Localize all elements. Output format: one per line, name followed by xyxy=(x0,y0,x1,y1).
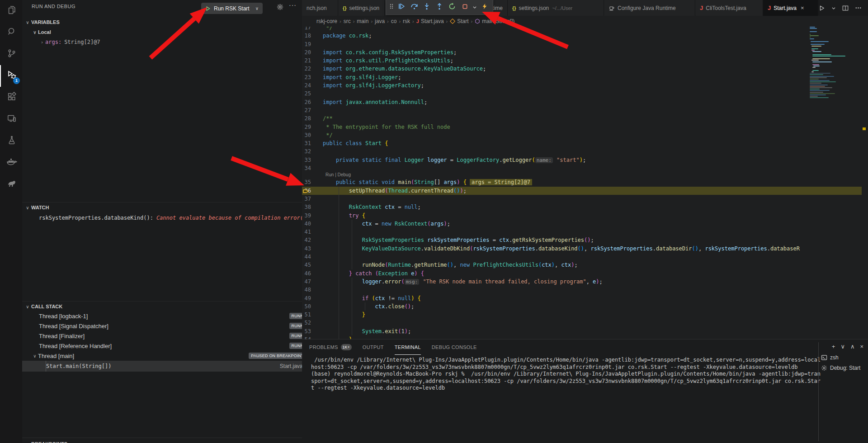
line-number[interactable]: 33 xyxy=(302,156,323,164)
panel-tab-terminal[interactable]: TERMINAL xyxy=(395,339,421,355)
line-number[interactable]: 36 xyxy=(302,187,323,195)
breadcrumb-item[interactable]: rsk xyxy=(403,18,410,24)
panel-tab-output[interactable]: OUTPUT xyxy=(363,339,384,355)
line-number[interactable]: 24 xyxy=(302,81,323,90)
step-over-button[interactable] xyxy=(409,1,420,13)
activity-item-docker[interactable] xyxy=(0,152,22,174)
line-number[interactable]: 35 xyxy=(302,178,323,186)
breadcrumb-item[interactable]: src xyxy=(344,18,351,24)
terminal-output[interactable]: /usr/bin/env /Library/Internet\ Plug-Ins… xyxy=(311,357,808,392)
run-dropdown-icon[interactable] xyxy=(831,6,836,10)
watch-expression-row[interactable]: rskSystemProperties.databaseKind(): Cann… xyxy=(22,213,302,223)
tab-start-java[interactable]: JStart.java× xyxy=(763,0,818,16)
line-number[interactable]: 54 xyxy=(302,335,323,339)
stop-dropdown-button[interactable] xyxy=(472,1,477,13)
activity-item-animal[interactable] xyxy=(0,174,22,195)
line-number[interactable]: 20 xyxy=(302,48,323,57)
line-number[interactable]: 42 xyxy=(302,236,323,244)
run-file-icon[interactable] xyxy=(819,5,825,11)
line-number[interactable]: 28 xyxy=(302,114,323,123)
line-number[interactable]: 53 xyxy=(302,327,323,335)
line-number[interactable]: 29 xyxy=(302,123,323,131)
tab-settings-json[interactable]: {}settings.json~/.../User xyxy=(508,0,604,16)
panel-splitter[interactable] xyxy=(818,342,819,441)
line-number[interactable]: 30 xyxy=(302,131,323,139)
line-number[interactable]: 23 xyxy=(302,73,323,81)
line-number[interactable]: 46 xyxy=(302,269,323,278)
line-number[interactable]: 25 xyxy=(302,90,323,98)
variables-section-header[interactable]: ∨ VARIABLES xyxy=(22,17,302,27)
line-number[interactable]: 34 xyxy=(302,164,323,172)
call-stack-thread[interactable]: Thread [Finalizer]RUNNING xyxy=(22,331,302,341)
more-actions-icon[interactable] xyxy=(855,5,862,11)
breadcrumb-item[interactable]: main xyxy=(357,18,368,24)
gear-icon[interactable] xyxy=(277,4,283,12)
line-number[interactable]: 44 xyxy=(302,253,323,261)
step-out-button[interactable] xyxy=(434,1,445,13)
continue-button[interactable] xyxy=(396,1,407,13)
launch-config-dropdown[interactable]: Run RSK Start ∨ xyxy=(201,3,263,14)
minimap[interactable] xyxy=(810,18,844,335)
tab-clitoolstest-java[interactable]: JCliToolsTest.java xyxy=(695,0,763,16)
code-area[interactable]: 17 */18package co.rsk;1920import co.rsk.… xyxy=(302,24,810,339)
call-stack-thread[interactable]: Thread [logback-1]RUNNING xyxy=(22,311,302,321)
activity-item-search[interactable] xyxy=(0,22,22,43)
line-number[interactable]: 50 xyxy=(302,302,323,311)
close-panel-icon[interactable]: × xyxy=(860,343,863,350)
stop-button[interactable] xyxy=(459,1,470,13)
step-into-button[interactable] xyxy=(421,1,432,13)
line-number[interactable]: 31 xyxy=(302,139,323,147)
line-number[interactable]: 47 xyxy=(302,278,323,286)
line-number[interactable]: 27 xyxy=(302,106,323,114)
panel-tab-problems[interactable]: PROBLEMS1K+ xyxy=(309,339,352,355)
activity-item-source-control[interactable] xyxy=(0,43,22,65)
close-icon[interactable]: × xyxy=(801,5,804,11)
line-number[interactable]: 41 xyxy=(302,228,323,236)
breadcrumb-item[interactable]: java xyxy=(375,18,385,24)
breadcrumb-item[interactable]: rskj-core xyxy=(316,18,337,24)
call-stack-thread[interactable]: Thread [Signal Dispatcher]RUNNING xyxy=(22,321,302,331)
line-number[interactable]: 21 xyxy=(302,57,323,65)
watch-section-header[interactable]: ∨ WATCH xyxy=(22,202,302,212)
tab-configure-java-runtime[interactable]: Configure Java Runtime xyxy=(604,0,695,16)
tab-settings-json[interactable]: {}settings.json xyxy=(338,0,385,16)
terminal-session-debug-start[interactable]: Debug: Start xyxy=(821,363,868,373)
breadcrumb-item[interactable]: main(String[]) xyxy=(475,18,514,24)
activity-item-remote-explorer[interactable] xyxy=(0,108,22,130)
activity-item-run-debug[interactable]: 1 xyxy=(0,65,22,87)
breadcrumb-item[interactable]: co xyxy=(391,18,397,24)
terminal-dropdown-icon[interactable]: ∨ xyxy=(840,343,845,350)
more-actions-icon[interactable]: ··· xyxy=(289,1,297,9)
line-number[interactable]: 52 xyxy=(302,319,323,327)
variable-args[interactable]: › args: String[2]@7 xyxy=(22,37,302,47)
tab-nch-json[interactable]: nch.json xyxy=(302,0,338,16)
line-number[interactable]: 43 xyxy=(302,245,323,253)
breakpoints-section-header[interactable]: ∨ BREAKPOINTS xyxy=(22,439,302,443)
line-number[interactable]: 45 xyxy=(302,261,323,269)
line-number[interactable]: 51 xyxy=(302,311,323,319)
line-number[interactable]: 22 xyxy=(302,65,323,73)
activity-item-explorer[interactable] xyxy=(0,0,22,22)
line-number[interactable]: 38 xyxy=(302,203,323,211)
breadcrumb-item[interactable]: Start xyxy=(450,18,468,24)
breadcrumb-item[interactable]: JStart.java xyxy=(416,18,444,24)
activity-item-extensions[interactable] xyxy=(0,87,22,108)
split-editor-icon[interactable] xyxy=(842,5,849,11)
codelens-debug-link[interactable]: Debug xyxy=(338,172,351,177)
line-number[interactable]: 39 xyxy=(302,212,323,220)
terminal-session-zsh[interactable]: zsh xyxy=(821,352,868,363)
activity-item-testing[interactable] xyxy=(0,130,22,152)
line-number[interactable]: 37 xyxy=(302,195,323,203)
variables-scope-local[interactable]: ∨ Local xyxy=(22,27,302,37)
drag-handle-button[interactable] xyxy=(389,1,394,13)
line-number[interactable]: 19 xyxy=(302,40,323,48)
call-stack-thread[interactable]: Thread [Reference Handler]RUNNING xyxy=(22,341,302,351)
maximize-panel-icon[interactable]: ∧ xyxy=(850,343,855,350)
call-stack-thread[interactable]: ∨Thread [main]PAUSED ON BREAKPOINT xyxy=(22,351,302,361)
new-terminal-icon[interactable]: + xyxy=(832,343,835,350)
line-number[interactable]: 40 xyxy=(302,220,323,228)
line-number[interactable]: 49 xyxy=(302,294,323,302)
restart-button[interactable] xyxy=(447,1,458,13)
call-stack-frame-selected[interactable]: Start.main(String[])Start.java36:1 xyxy=(22,361,302,372)
codelens-run-link[interactable]: Run xyxy=(326,172,334,177)
